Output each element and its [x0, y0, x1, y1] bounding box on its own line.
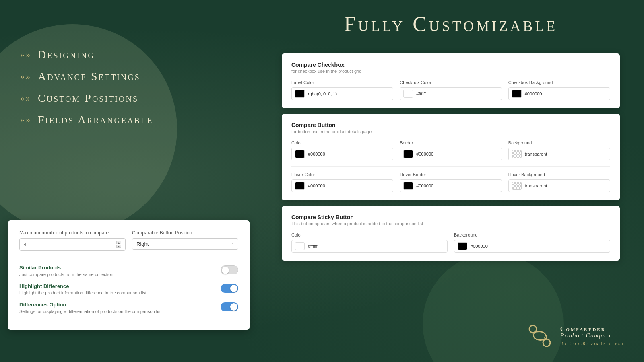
left-panel: »» Designing »» Advance Settings »» Cust…	[0, 0, 258, 362]
differences-option-desc: Settings for displaying a differentiatio…	[19, 309, 161, 314]
hover-border-value: #000000	[416, 183, 433, 188]
sticky-title: Compare Sticky Button	[291, 214, 610, 220]
sticky-color-value: #ffffff	[308, 244, 317, 249]
highlight-diff-text: Highlight Difference Highlight the produ…	[19, 283, 147, 295]
hover-color-label: Hover Color	[291, 172, 393, 177]
max-products-input[interactable]: 4 ▲ ▼	[19, 238, 126, 251]
arrow-icon-positions: »»	[20, 93, 31, 103]
logo-section: Compareder Product Compare By CodeRagon …	[526, 322, 624, 350]
differences-option-toggle[interactable]	[221, 302, 238, 311]
feature-label-fields: Fields Arrangeable	[38, 113, 153, 126]
button-position-select[interactable]: Right ↕	[132, 238, 238, 250]
button-border-input[interactable]: #000000	[400, 148, 502, 160]
hover-bg-swatch	[512, 182, 522, 190]
checkbox-bg-input[interactable]: #000000	[508, 87, 610, 100]
feature-item-advance-settings: »» Advance Settings	[20, 70, 237, 83]
label-color-value: rgba(0, 0, 0, 1)	[308, 91, 337, 96]
sticky-color-label: Color	[291, 232, 448, 237]
logo-brand: Compareder	[560, 325, 624, 333]
differences-option-row: Differences Option Settings for displayi…	[19, 302, 238, 314]
checkbox-color-input[interactable]: #ffffff	[400, 87, 502, 100]
similar-products-toggle[interactable]	[221, 265, 238, 274]
highlight-diff-toggle[interactable]	[221, 284, 238, 293]
max-products-label: Maximum number of products to compare	[19, 230, 126, 236]
hover-border-label: Hover Border	[400, 172, 502, 177]
spinner-up[interactable]: ▲	[116, 241, 121, 244]
label-color-swatch	[295, 90, 305, 98]
highlight-diff-desc: Highlight the product information differ…	[19, 290, 147, 295]
hover-border-swatch	[403, 182, 413, 190]
sticky-color-grid: Color #ffffff Background #000000	[291, 232, 610, 253]
button-position-field: Comparable Button Position Right ↕	[132, 230, 238, 251]
divider-1	[19, 259, 238, 259]
highlight-diff-label: Highlight Difference	[19, 283, 147, 289]
spinner-down[interactable]: ▼	[116, 245, 121, 248]
title-underline	[350, 41, 551, 41]
label-color-label: Label Color	[291, 80, 393, 85]
hover-color-input[interactable]: #000000	[291, 179, 393, 192]
compare-button-hover-grid: Hover Color #000000 Hover Border #000000…	[291, 172, 610, 192]
similar-products-desc: Just compare products from the same coll…	[19, 272, 114, 277]
compare-checkbox-title: Compare Checkbox	[291, 62, 610, 68]
compare-checkbox-color-grid: Label Color rgba(0, 0, 0, 1) Checkbox Co…	[291, 80, 610, 100]
hover-border-input[interactable]: #000000	[400, 179, 502, 192]
highlight-diff-row: Highlight Difference Highlight the produ…	[19, 283, 238, 295]
compareder-icon	[526, 322, 554, 350]
button-color-label: Color	[291, 140, 393, 145]
label-color-input[interactable]: rgba(0, 0, 0, 1)	[291, 87, 393, 100]
checkbox-bg-label: Checkbox Background	[508, 80, 610, 85]
button-section-divider	[291, 166, 610, 167]
compare-button-card: Compare Button for button use in the pro…	[282, 114, 620, 200]
button-bg-input[interactable]: transparent	[508, 148, 610, 160]
max-products-value: 4	[24, 241, 27, 247]
button-bg-value: transparent	[525, 152, 547, 156]
button-color-field: Color #000000	[291, 140, 393, 160]
hover-bg-input[interactable]: transparent	[508, 179, 610, 192]
feature-label-designing: Designing	[38, 48, 95, 61]
button-border-swatch	[403, 150, 413, 158]
button-bg-swatch	[512, 150, 522, 158]
hover-bg-label: Hover Background	[508, 172, 610, 177]
similar-products-text: Similar Products Just compare products f…	[19, 265, 114, 277]
arrow-icon-advance: »»	[20, 71, 31, 82]
right-panel: Fully Customizable Compare Checkbox for …	[258, 0, 644, 362]
hover-color-swatch	[295, 182, 305, 190]
checkbox-color-swatch	[403, 90, 413, 98]
sticky-bg-field: Background #000000	[454, 232, 610, 253]
feature-list: »» Designing »» Advance Settings »» Cust…	[20, 48, 237, 126]
button-color-input[interactable]: #000000	[291, 148, 393, 160]
hover-bg-value: transparent	[525, 183, 547, 188]
checkbox-color-value: #ffffff	[416, 91, 425, 96]
checkbox-bg-field: Checkbox Background #000000	[508, 80, 610, 100]
similar-products-row: Similar Products Just compare products f…	[19, 265, 238, 277]
logo-product: Product Compare	[560, 333, 624, 339]
sticky-bg-input[interactable]: #000000	[454, 240, 610, 253]
sticky-bg-swatch	[458, 242, 467, 250]
toggle-knob-highlight	[230, 285, 237, 292]
checkbox-color-field: Checkbox Color #ffffff	[400, 80, 502, 100]
page-title: Fully Customizable	[282, 12, 620, 36]
checkbox-bg-value: #000000	[525, 91, 542, 96]
sticky-color-field: Color #ffffff	[291, 232, 448, 253]
arrow-icon-designing: »»	[20, 49, 31, 60]
button-bg-label: Background	[508, 140, 610, 145]
compare-checkbox-card: Compare Checkbox for checkbox use in the…	[282, 53, 620, 108]
similar-products-label: Similar Products	[19, 265, 114, 271]
hover-color-field: Hover Color #000000	[291, 172, 393, 192]
button-position-value: Right	[136, 241, 149, 247]
sticky-color-input[interactable]: #ffffff	[291, 240, 448, 253]
chevron-down-icon: ↕	[232, 242, 234, 246]
logo-text-block: Compareder Product Compare By CodeRagon …	[560, 325, 624, 347]
button-color-value: #000000	[308, 152, 325, 156]
sticky-subtitle: This button appears when a product is ad…	[291, 221, 610, 226]
feature-item-custom-positions: »» Custom Positions	[20, 92, 237, 105]
compare-button-subtitle: for button use in the product details pa…	[291, 129, 610, 134]
max-products-spinner[interactable]: ▲ ▼	[116, 241, 121, 248]
compare-button-title: Compare Button	[291, 122, 610, 128]
toggle-knob-differences	[230, 303, 237, 311]
compare-button-top-grid: Color #000000 Border #000000 Background …	[291, 140, 610, 160]
checkbox-color-label: Checkbox Color	[400, 80, 502, 85]
hover-color-value: #000000	[308, 183, 325, 188]
differences-option-label: Differences Option	[19, 302, 161, 308]
label-color-field: Label Color rgba(0, 0, 0, 1)	[291, 80, 393, 100]
